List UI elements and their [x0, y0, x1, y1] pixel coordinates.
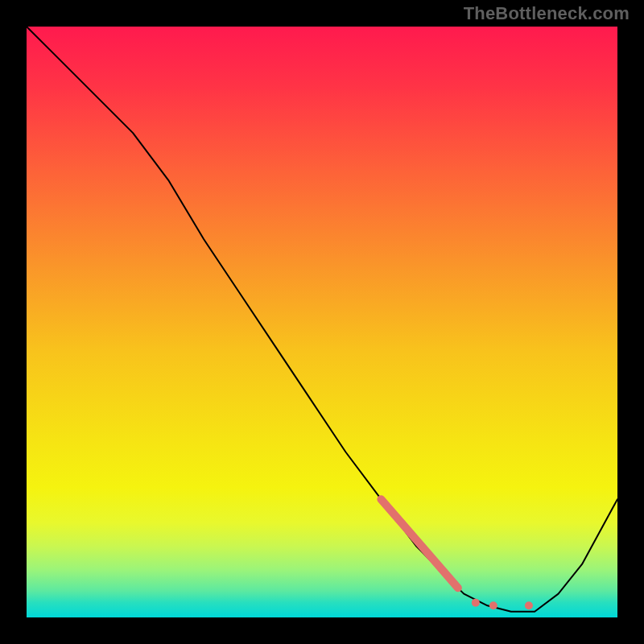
chart-frame: TheBottleneck.com: [0, 0, 644, 644]
highlight-dot: [472, 599, 480, 607]
plot-area: [27, 27, 617, 617]
watermark-text: TheBottleneck.com: [464, 3, 630, 24]
chart-svg: [27, 27, 617, 617]
highlight-dot: [525, 601, 533, 609]
highlight-dot: [489, 601, 497, 609]
